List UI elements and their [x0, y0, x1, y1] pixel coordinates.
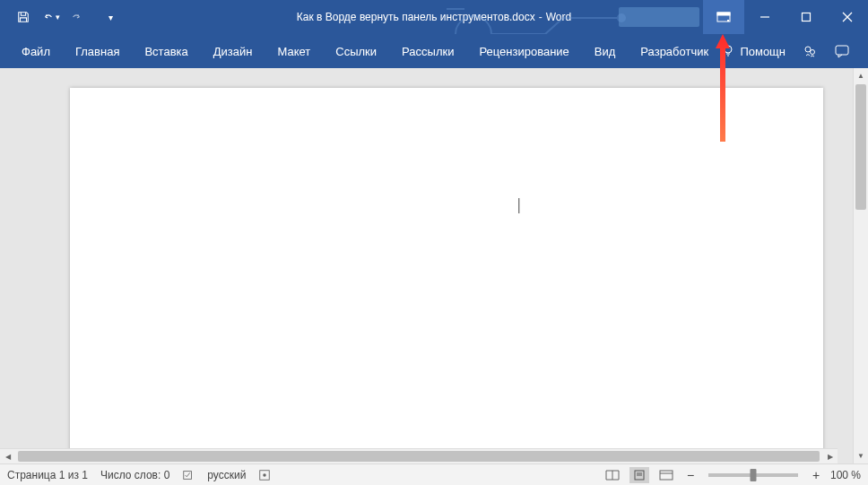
read-mode-button[interactable] [603, 467, 622, 483]
language-status[interactable]: русский [207, 469, 246, 481]
macro-status[interactable] [258, 469, 271, 481]
scroll-left-icon[interactable]: ◀ [0, 449, 15, 463]
document-page[interactable]: | [70, 88, 823, 463]
svg-point-8 [805, 47, 811, 52]
horizontal-scrollbar[interactable]: ◀ ▶ [0, 448, 838, 463]
text-cursor: | [516, 195, 517, 212]
tab-review[interactable]: Рецензирование [466, 34, 581, 68]
spellcheck-status[interactable] [182, 469, 195, 481]
zoom-out-button[interactable]: − [683, 468, 698, 482]
svg-point-7 [725, 46, 732, 53]
page-number-status[interactable]: Страница 1 из 1 [7, 469, 88, 481]
status-bar: Страница 1 из 1 Число слов: 0 русский − … [0, 463, 868, 485]
web-layout-button[interactable] [656, 467, 676, 483]
title-separator: - [539, 11, 542, 23]
spellcheck-icon [182, 469, 195, 481]
window-title: Как в Ворде вернуть панель инструментов.… [297, 11, 571, 23]
status-right: − + 100 % [603, 467, 861, 483]
tab-layout[interactable]: Макет [265, 34, 323, 68]
tell-me-label: Помощн [740, 45, 786, 58]
tab-home[interactable]: Главная [63, 34, 132, 68]
share-button[interactable] [802, 43, 818, 59]
scroll-down-icon[interactable]: ▼ [854, 448, 868, 463]
undo-dropdown-icon[interactable]: ▾ [56, 13, 60, 22]
zoom-level-button[interactable]: 100 % [830, 469, 861, 481]
tab-references[interactable]: Ссылки [323, 34, 389, 68]
zoom-level-label: 100 % [830, 469, 861, 481]
tab-developer[interactable]: Разработчик [628, 34, 721, 68]
vertical-scroll-thumb[interactable] [855, 84, 866, 210]
language-label: русский [207, 469, 246, 481]
status-left: Страница 1 из 1 Число слов: 0 русский [7, 469, 271, 481]
qat-customize-button[interactable]: ▾ [98, 4, 123, 30]
close-button[interactable] [827, 0, 868, 34]
zoom-slider-thumb[interactable] [750, 469, 756, 481]
window-controls [619, 0, 868, 34]
minimize-button[interactable] [744, 0, 786, 34]
app-name: Word [546, 11, 571, 23]
svg-rect-18 [660, 471, 673, 480]
workspace: | ◀ ▶ ▲ ▼ [0, 68, 868, 463]
svg-rect-10 [836, 46, 848, 55]
chevron-down-icon: ▾ [108, 13, 113, 22]
page-number-label: Страница 1 из 1 [7, 469, 88, 481]
ribbon-display-options-button[interactable] [703, 0, 744, 34]
zoom-slider[interactable] [708, 473, 798, 477]
svg-rect-1 [717, 13, 730, 15]
ribbon-tabs: Файл Главная Вставка Дизайн Макет Ссылки… [0, 34, 868, 68]
print-layout-button[interactable] [629, 467, 649, 483]
macro-icon [258, 469, 271, 481]
svg-point-14 [264, 473, 267, 477]
ribbon-right: Помощн [722, 43, 859, 59]
redo-button[interactable] [64, 4, 89, 30]
tab-view[interactable]: Вид [582, 34, 629, 68]
scroll-right-icon[interactable]: ▶ [822, 449, 838, 463]
title-bar: ▾ ▾ Как в Ворде вернуть панель инструмен… [0, 0, 868, 34]
tab-file[interactable]: Файл [9, 34, 63, 68]
feedback-button[interactable] [834, 43, 850, 59]
tab-design[interactable]: Дизайн [201, 34, 265, 68]
document-name: Как в Ворде вернуть панель инструментов.… [297, 11, 535, 23]
zoom-in-button[interactable]: + [809, 468, 823, 482]
save-button[interactable] [11, 4, 36, 30]
maximize-button[interactable] [786, 0, 827, 34]
word-count-status[interactable]: Число слов: 0 [100, 469, 169, 481]
document-area[interactable]: | ◀ ▶ [0, 68, 853, 463]
tab-mailings[interactable]: Рассылки [389, 34, 466, 68]
lightbulb-icon [722, 44, 734, 59]
word-count-label: Число слов: 0 [100, 469, 169, 481]
tab-insert[interactable]: Вставка [132, 34, 200, 68]
tell-me-search[interactable]: Помощн [722, 44, 786, 59]
horizontal-scroll-thumb[interactable] [18, 451, 820, 462]
scroll-up-icon[interactable]: ▲ [854, 68, 868, 83]
account-area[interactable] [619, 7, 699, 27]
quick-access-toolbar: ▾ ▾ [0, 4, 123, 30]
svg-point-9 [811, 50, 815, 55]
svg-rect-3 [803, 13, 811, 22]
vertical-scrollbar[interactable]: ▲ ▼ [853, 68, 868, 463]
